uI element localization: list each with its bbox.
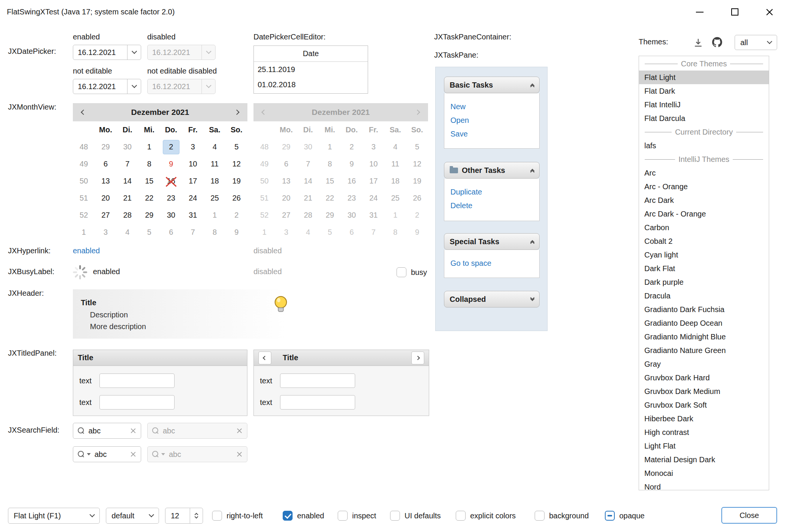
checkbox-explicit-colors[interactable]: explicit colors <box>456 508 516 524</box>
calendar-day[interactable]: 13 <box>95 173 117 190</box>
theme-list-item[interactable]: Gruvbox Dark Hard <box>639 371 769 384</box>
theme-list-item[interactable]: Gray <box>639 357 769 371</box>
calendar-day[interactable]: 6 <box>95 155 117 173</box>
checkbox-inspect[interactable]: inspect <box>338 508 376 524</box>
checkbox-opaque[interactable]: opaque <box>605 508 645 524</box>
calendar-day[interactable]: 3 <box>182 138 204 155</box>
minimize-button[interactable] <box>682 0 717 24</box>
theme-list-item[interactable]: Gruvbox Dark Soft <box>639 398 769 412</box>
font-size-spinner[interactable]: 12 <box>165 508 203 524</box>
theme-list-item[interactable]: Flat Darcula <box>639 111 769 125</box>
calendar-day[interactable]: 23 <box>160 190 182 207</box>
text-input[interactable] <box>280 373 355 388</box>
theme-list-item[interactable]: Carbon <box>639 221 769 234</box>
theme-list-item[interactable]: Dracula <box>639 289 769 303</box>
theme-list-item[interactable]: Gradianto Deep Ocean <box>639 316 769 330</box>
theme-list-item[interactable]: Gruvbox Dark Medium <box>639 384 769 398</box>
theme-list-item[interactable]: Light Flat <box>639 439 769 453</box>
task-link-open[interactable]: Open <box>450 116 539 130</box>
download-themes-button[interactable] <box>691 36 705 50</box>
text-input[interactable] <box>99 395 175 410</box>
calendar-day[interactable]: 26 <box>226 190 248 207</box>
calendar-day[interactable]: 9 <box>160 155 182 173</box>
calendar-day[interactable]: 28 <box>116 207 139 224</box>
calendar-day[interactable]: 30 <box>116 138 139 155</box>
datepicker-not-editable[interactable]: 16.12.2021 <box>73 79 141 94</box>
checkbox-box[interactable] <box>212 511 222 521</box>
calendar-day[interactable]: 18 <box>204 173 226 190</box>
checkbox-right-to-left[interactable]: right-to-left <box>212 508 263 524</box>
theme-list-item[interactable]: Arc <box>639 166 769 180</box>
checkbox-box[interactable] <box>535 511 545 521</box>
calendar-day[interactable]: 31 <box>182 207 204 224</box>
search-field-1[interactable]: abc <box>73 423 141 439</box>
checkbox-ui-defaults[interactable]: UI defaults <box>390 508 441 524</box>
calendar-day[interactable]: 1 <box>204 207 226 224</box>
calendar-day[interactable]: 15 <box>139 173 161 190</box>
theme-list-item[interactable]: Hiberbee Dark <box>639 412 769 425</box>
github-button[interactable] <box>710 35 724 49</box>
search-menu-icon[interactable] <box>78 451 85 458</box>
checkbox-box[interactable] <box>283 511 293 521</box>
previous-month-button[interactable] <box>73 103 94 121</box>
previous-button[interactable] <box>258 352 271 364</box>
datepicker-enabled[interactable]: 16.12.2021 <box>73 45 141 60</box>
theme-list-item[interactable]: Cobalt 2 <box>639 234 769 248</box>
datepicker-dropdown-button[interactable] <box>127 79 141 94</box>
calendar-day[interactable]: 2 <box>160 138 182 155</box>
checkbox-box[interactable] <box>456 511 466 521</box>
calendar-day[interactable]: 1 <box>139 138 161 155</box>
next-button[interactable] <box>411 352 424 364</box>
theme-list-item[interactable]: Flat Light <box>639 71 769 84</box>
calendar-day[interactable]: 7 <box>182 224 204 241</box>
calendar-day[interactable]: 4 <box>116 224 139 241</box>
checkbox-box[interactable] <box>338 511 348 521</box>
task-link-new[interactable]: New <box>450 102 539 116</box>
theme-list-item[interactable]: Monocai <box>639 466 769 480</box>
calendar-day[interactable]: 5 <box>226 138 248 155</box>
calendar-day[interactable]: 21 <box>116 190 139 207</box>
calendar-day[interactable]: 17 <box>182 173 204 190</box>
taskpane-collapsed-header[interactable]: Collapsed <box>444 291 540 308</box>
taskpane-basic-tasks-header[interactable]: Basic Tasks <box>444 77 540 93</box>
calendar-day[interactable]: 25 <box>204 190 226 207</box>
calendar-day[interactable]: 29 <box>95 138 117 155</box>
busy-checkbox[interactable]: busy <box>397 264 427 280</box>
task-link-save[interactable]: Save <box>450 130 539 143</box>
search-field-3[interactable]: abc <box>73 446 141 462</box>
checkbox-box[interactable] <box>390 511 400 521</box>
table-row[interactable]: 01.02.2018 <box>254 77 368 92</box>
task-link-delete[interactable]: Delete <box>450 201 539 215</box>
themes-list[interactable]: Core ThemesFlat LightFlat DarkFlat Intel… <box>639 56 769 490</box>
hyperlink-enabled[interactable]: enabled <box>73 246 100 255</box>
calendar-day[interactable]: 9 <box>226 224 248 241</box>
calendar-day[interactable]: 2 <box>226 207 248 224</box>
calendar-day[interactable]: 27 <box>95 207 117 224</box>
calendar-day[interactable]: 4 <box>204 138 226 155</box>
calendar-day[interactable]: 12 <box>226 155 248 173</box>
clear-icon[interactable] <box>130 451 136 457</box>
checkbox-box[interactable] <box>397 267 406 277</box>
text-input[interactable] <box>280 395 355 410</box>
calendar-day[interactable]: 29 <box>139 207 161 224</box>
next-month-button[interactable] <box>226 103 247 121</box>
datepicker-dropdown-button[interactable] <box>127 45 141 60</box>
theme-list-item[interactable]: Arc Dark <box>639 193 769 207</box>
calendar-day[interactable]: 30 <box>160 207 182 224</box>
themes-filter-combobox[interactable]: all <box>735 35 777 50</box>
search-input[interactable]: abc <box>94 450 126 459</box>
laf-combobox[interactable]: Flat Light (F1) <box>8 508 100 524</box>
calendar-day[interactable]: 19 <box>226 173 248 190</box>
calendar-day[interactable]: 16 <box>160 173 182 190</box>
theme-list-item[interactable]: Arc - Orange <box>639 180 769 193</box>
theme-list-item[interactable]: Flat IntelliJ <box>639 98 769 111</box>
task-link-duplicate[interactable]: Duplicate <box>450 188 539 201</box>
theme-list-item[interactable]: Gradianto Dark Fuchsia <box>639 303 769 316</box>
text-input[interactable] <box>99 373 175 388</box>
theme-list-item[interactable]: High contrast <box>639 425 769 439</box>
theme-list-item[interactable]: Gradianto Midnight Blue <box>639 330 769 344</box>
calendar-day[interactable]: 24 <box>182 190 204 207</box>
date-value[interactable]: 16.12.2021 <box>73 48 127 57</box>
close-window-button[interactable] <box>752 0 787 24</box>
checkbox-enabled[interactable]: enabled <box>283 508 324 524</box>
